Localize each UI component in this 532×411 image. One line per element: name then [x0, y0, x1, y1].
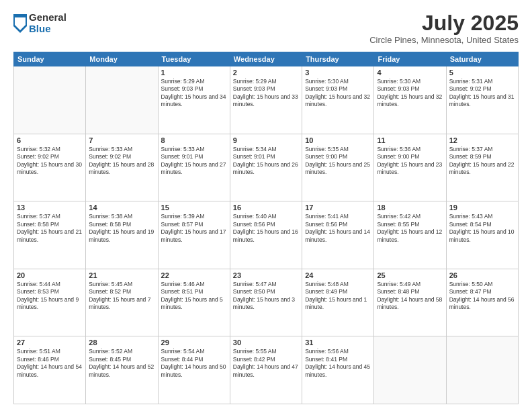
calendar-week-row-0: 1Sunrise: 5:29 AMSunset: 9:03 PMDaylight… — [14, 66, 519, 134]
calendar-cell: 18Sunrise: 5:42 AMSunset: 8:55 PMDayligh… — [374, 201, 446, 269]
logo-general-text: General — [29, 12, 66, 24]
header: General Blue July 2025 Circle Pines, Min… — [13, 12, 519, 45]
calendar-cell: 11Sunrise: 5:36 AMSunset: 9:00 PMDayligh… — [374, 134, 446, 201]
calendar-cell — [446, 336, 518, 404]
calendar-cell: 6Sunrise: 5:32 AMSunset: 9:02 PMDaylight… — [14, 134, 86, 201]
day-number: 13 — [17, 203, 83, 212]
calendar-cell: 25Sunrise: 5:49 AMSunset: 8:48 PMDayligh… — [374, 269, 446, 336]
day-number: 6 — [17, 136, 83, 144]
logo: General Blue — [13, 12, 66, 34]
day-number: 4 — [377, 68, 443, 77]
calendar-cell: 30Sunrise: 5:55 AMSunset: 8:42 PMDayligh… — [230, 336, 302, 404]
calendar-cell: 8Sunrise: 5:33 AMSunset: 9:01 PMDaylight… — [158, 134, 230, 201]
cell-info: Sunrise: 5:37 AMSunset: 8:58 PMDaylight:… — [17, 213, 83, 244]
location-text: Circle Pines, Minnesota, United States — [369, 35, 519, 45]
cell-info: Sunrise: 5:52 AMSunset: 8:45 PMDaylight:… — [89, 348, 154, 379]
calendar-cell: 24Sunrise: 5:48 AMSunset: 8:49 PMDayligh… — [302, 269, 374, 336]
logo-text: General Blue — [29, 12, 66, 34]
cell-info: Sunrise: 5:48 AMSunset: 8:49 PMDaylight:… — [305, 281, 371, 312]
cell-info: Sunrise: 5:50 AMSunset: 8:47 PMDaylight:… — [449, 281, 515, 312]
day-number: 25 — [377, 271, 443, 279]
cell-info: Sunrise: 5:54 AMSunset: 8:44 PMDaylight:… — [161, 348, 227, 379]
day-number: 11 — [377, 136, 443, 144]
calendar-week-row-3: 20Sunrise: 5:44 AMSunset: 8:53 PMDayligh… — [14, 269, 519, 336]
calendar-cell: 3Sunrise: 5:30 AMSunset: 9:03 PMDaylight… — [302, 66, 374, 134]
calendar-cell: 1Sunrise: 5:29 AMSunset: 9:03 PMDaylight… — [158, 66, 230, 134]
cell-info: Sunrise: 5:37 AMSunset: 8:59 PMDaylight:… — [449, 146, 515, 177]
day-number: 9 — [233, 136, 299, 144]
month-year-title: July 2025 — [369, 12, 519, 34]
cell-info: Sunrise: 5:29 AMSunset: 9:03 PMDaylight:… — [233, 78, 299, 109]
day-number: 5 — [449, 68, 515, 77]
col-wednesday: Wednesday — [230, 52, 302, 66]
day-number: 27 — [17, 338, 83, 347]
day-number: 12 — [449, 136, 515, 144]
page: General Blue July 2025 Circle Pines, Min… — [0, 0, 532, 411]
day-number: 20 — [17, 271, 83, 279]
calendar-cell: 13Sunrise: 5:37 AMSunset: 8:58 PMDayligh… — [14, 201, 86, 269]
day-number: 7 — [89, 136, 154, 144]
day-number: 24 — [305, 271, 371, 279]
calendar-cell: 17Sunrise: 5:41 AMSunset: 8:56 PMDayligh… — [302, 201, 374, 269]
cell-info: Sunrise: 5:36 AMSunset: 9:00 PMDaylight:… — [377, 146, 443, 177]
cell-info: Sunrise: 5:49 AMSunset: 8:48 PMDaylight:… — [377, 281, 443, 312]
col-thursday: Thursday — [302, 52, 374, 66]
calendar-cell: 9Sunrise: 5:34 AMSunset: 9:01 PMDaylight… — [230, 134, 302, 201]
cell-info: Sunrise: 5:55 AMSunset: 8:42 PMDaylight:… — [233, 348, 299, 379]
col-sunday: Sunday — [14, 52, 86, 66]
calendar-cell: 27Sunrise: 5:51 AMSunset: 8:46 PMDayligh… — [14, 336, 86, 404]
cell-info: Sunrise: 5:56 AMSunset: 8:41 PMDaylight:… — [305, 348, 371, 379]
day-number: 28 — [89, 338, 154, 347]
title-block: July 2025 Circle Pines, Minnesota, Unite… — [369, 12, 519, 45]
calendar-cell — [14, 66, 86, 134]
calendar-cell — [374, 336, 446, 404]
col-saturday: Saturday — [446, 52, 518, 66]
day-number: 21 — [89, 271, 154, 279]
cell-info: Sunrise: 5:34 AMSunset: 9:01 PMDaylight:… — [233, 146, 299, 177]
calendar-cell: 16Sunrise: 5:40 AMSunset: 8:56 PMDayligh… — [230, 201, 302, 269]
cell-info: Sunrise: 5:44 AMSunset: 8:53 PMDaylight:… — [17, 281, 83, 312]
day-number: 26 — [449, 271, 515, 279]
logo-icon — [13, 14, 27, 33]
calendar-cell: 5Sunrise: 5:31 AMSunset: 9:02 PMDaylight… — [446, 66, 518, 134]
cell-info: Sunrise: 5:30 AMSunset: 9:03 PMDaylight:… — [305, 78, 371, 109]
calendar-cell: 2Sunrise: 5:29 AMSunset: 9:03 PMDaylight… — [230, 66, 302, 134]
calendar-cell: 20Sunrise: 5:44 AMSunset: 8:53 PMDayligh… — [14, 269, 86, 336]
day-number: 1 — [161, 68, 227, 77]
calendar-week-row-4: 27Sunrise: 5:51 AMSunset: 8:46 PMDayligh… — [14, 336, 519, 404]
day-number: 29 — [161, 338, 227, 347]
cell-info: Sunrise: 5:40 AMSunset: 8:56 PMDaylight:… — [233, 213, 299, 244]
day-number: 18 — [377, 203, 443, 212]
col-tuesday: Tuesday — [158, 52, 230, 66]
cell-info: Sunrise: 5:43 AMSunset: 8:54 PMDaylight:… — [449, 213, 515, 244]
calendar-cell: 21Sunrise: 5:45 AMSunset: 8:52 PMDayligh… — [86, 269, 158, 336]
cell-info: Sunrise: 5:41 AMSunset: 8:56 PMDaylight:… — [305, 213, 371, 244]
day-number: 30 — [233, 338, 299, 347]
cell-info: Sunrise: 5:30 AMSunset: 9:03 PMDaylight:… — [377, 78, 443, 109]
day-number: 14 — [89, 203, 154, 212]
cell-info: Sunrise: 5:47 AMSunset: 8:50 PMDaylight:… — [233, 281, 299, 312]
calendar-cell: 15Sunrise: 5:39 AMSunset: 8:57 PMDayligh… — [158, 201, 230, 269]
cell-info: Sunrise: 5:35 AMSunset: 9:00 PMDaylight:… — [305, 146, 371, 177]
calendar-cell: 19Sunrise: 5:43 AMSunset: 8:54 PMDayligh… — [446, 201, 518, 269]
cell-info: Sunrise: 5:29 AMSunset: 9:03 PMDaylight:… — [161, 78, 227, 109]
calendar-cell: 14Sunrise: 5:38 AMSunset: 8:58 PMDayligh… — [86, 201, 158, 269]
calendar-cell: 7Sunrise: 5:33 AMSunset: 9:02 PMDaylight… — [86, 134, 158, 201]
cell-info: Sunrise: 5:33 AMSunset: 9:02 PMDaylight:… — [89, 146, 154, 177]
calendar-cell: 23Sunrise: 5:47 AMSunset: 8:50 PMDayligh… — [230, 269, 302, 336]
cell-info: Sunrise: 5:45 AMSunset: 8:52 PMDaylight:… — [89, 281, 154, 312]
cell-info: Sunrise: 5:32 AMSunset: 9:02 PMDaylight:… — [17, 146, 83, 177]
calendar-cell: 12Sunrise: 5:37 AMSunset: 8:59 PMDayligh… — [446, 134, 518, 201]
calendar-cell: 10Sunrise: 5:35 AMSunset: 9:00 PMDayligh… — [302, 134, 374, 201]
day-number: 23 — [233, 271, 299, 279]
col-monday: Monday — [86, 52, 158, 66]
calendar-cell: 28Sunrise: 5:52 AMSunset: 8:45 PMDayligh… — [86, 336, 158, 404]
calendar-cell: 26Sunrise: 5:50 AMSunset: 8:47 PMDayligh… — [446, 269, 518, 336]
calendar-cell: 22Sunrise: 5:46 AMSunset: 8:51 PMDayligh… — [158, 269, 230, 336]
calendar-cell: 29Sunrise: 5:54 AMSunset: 8:44 PMDayligh… — [158, 336, 230, 404]
day-number: 22 — [161, 271, 227, 279]
day-number: 16 — [233, 203, 299, 212]
day-number: 31 — [305, 338, 371, 347]
col-friday: Friday — [374, 52, 446, 66]
calendar-week-row-2: 13Sunrise: 5:37 AMSunset: 8:58 PMDayligh… — [14, 201, 519, 269]
